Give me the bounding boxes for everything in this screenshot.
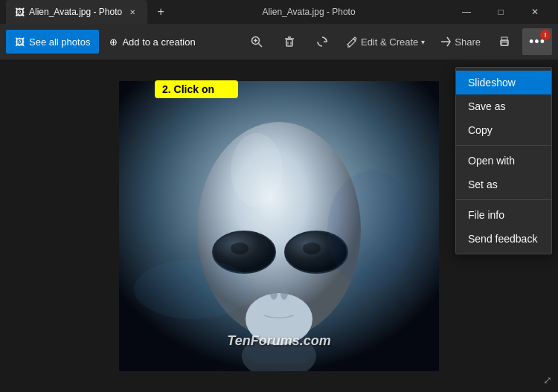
callout-arrow — [220, 83, 231, 95]
svg-point-30 — [327, 170, 417, 289]
slideshow-label: Slideshow — [468, 77, 516, 89]
window-controls: — □ ✕ — [449, 0, 552, 24]
menu-divider-2 — [456, 199, 551, 200]
open-with-label: Open with — [468, 155, 515, 167]
menu-divider-1 — [456, 145, 551, 146]
notification-badge: ! — [540, 30, 551, 40]
copy-label: Copy — [468, 124, 493, 136]
svg-point-29 — [134, 260, 253, 319]
menu-item-slideshow[interactable]: Slideshow — [456, 71, 551, 94]
svg-point-22 — [231, 242, 248, 254]
edit-create-label: Edit & Create — [361, 36, 418, 48]
menu-item-save-as[interactable]: Save as — [456, 94, 551, 118]
alien-photo: TenForums.com — [119, 81, 439, 371]
resize-icon: ⤢ — [543, 374, 552, 386]
menu-item-copy[interactable]: Copy — [456, 118, 551, 142]
set-as-label: Set as — [468, 179, 498, 190]
edit-icon — [346, 36, 358, 48]
share-icon — [440, 36, 452, 48]
svg-line-1 — [258, 44, 262, 48]
tab-close-button[interactable]: ✕ — [126, 6, 138, 18]
file-info-label: File info — [468, 209, 504, 221]
print-icon — [498, 35, 511, 48]
print-button[interactable] — [490, 28, 519, 55]
rotate-icon — [315, 35, 329, 48]
watermark: TenForums.com — [227, 333, 330, 349]
svg-point-28 — [231, 133, 283, 208]
main-content: TenForums.com 2. Click on Slideshow Save… — [0, 60, 558, 392]
alien-svg — [119, 81, 439, 371]
svg-point-27 — [280, 286, 288, 300]
dropdown-menu: Slideshow Save as Copy Open with Set as … — [455, 67, 552, 254]
save-as-label: Save as — [468, 100, 506, 112]
menu-item-send-feedback[interactable]: Send feedback — [456, 227, 551, 251]
edit-create-button[interactable]: Edit & Create ▾ — [340, 28, 431, 55]
tab-title: Alien_Avata.jpg - Photo — [29, 7, 122, 17]
maximize-button[interactable]: □ — [484, 0, 518, 24]
svg-rect-4 — [286, 39, 292, 46]
zoom-button[interactable] — [242, 28, 272, 55]
more-options-button[interactable]: ••• ! — [522, 28, 552, 55]
delete-icon — [283, 35, 296, 48]
edit-create-chevron: ▾ — [421, 38, 425, 46]
share-button[interactable]: Share — [434, 28, 487, 55]
delete-button[interactable] — [275, 28, 304, 55]
minimize-button[interactable]: — — [449, 0, 484, 24]
svg-point-25 — [303, 242, 321, 254]
rotate-button[interactable] — [307, 28, 337, 55]
callout-text: 2. Click on — [162, 83, 214, 95]
see-all-label: See all photos — [29, 36, 90, 48]
add-creation-icon: ⊕ — [109, 36, 118, 48]
tab-photo-icon: 🖼 — [15, 7, 25, 18]
window-title: Alien_Avata.jpg - Photo — [168, 7, 449, 17]
menu-item-open-with[interactable]: Open with — [456, 149, 551, 173]
send-feedback-label: Send feedback — [468, 233, 537, 245]
add-to-creation-button[interactable]: ⊕ Add to a creation — [102, 30, 202, 54]
see-all-photos-button[interactable]: 🖼 See all photos — [6, 30, 99, 54]
zoom-icon — [250, 35, 263, 48]
add-creation-label: Add to a creation — [122, 36, 195, 48]
photos-icon: 🖼 — [15, 36, 25, 48]
close-window-button[interactable]: ✕ — [518, 0, 552, 24]
menu-item-file-info[interactable]: File info — [456, 203, 551, 227]
photo-container: TenForums.com — [119, 81, 439, 371]
svg-point-26 — [270, 286, 278, 300]
toolbar: 🖼 See all photos ⊕ Add to a creation — [0, 24, 558, 60]
titlebar-tab-photo[interactable]: 🖼 Alien_Avata.jpg - Photo ✕ — [6, 0, 147, 24]
share-label: Share — [455, 36, 481, 48]
menu-item-set-as[interactable]: Set as — [456, 173, 551, 196]
titlebar: 🖼 Alien_Avata.jpg - Photo ✕ + Alien_Avat… — [0, 0, 558, 24]
callout-annotation: 2. Click on — [155, 80, 238, 98]
